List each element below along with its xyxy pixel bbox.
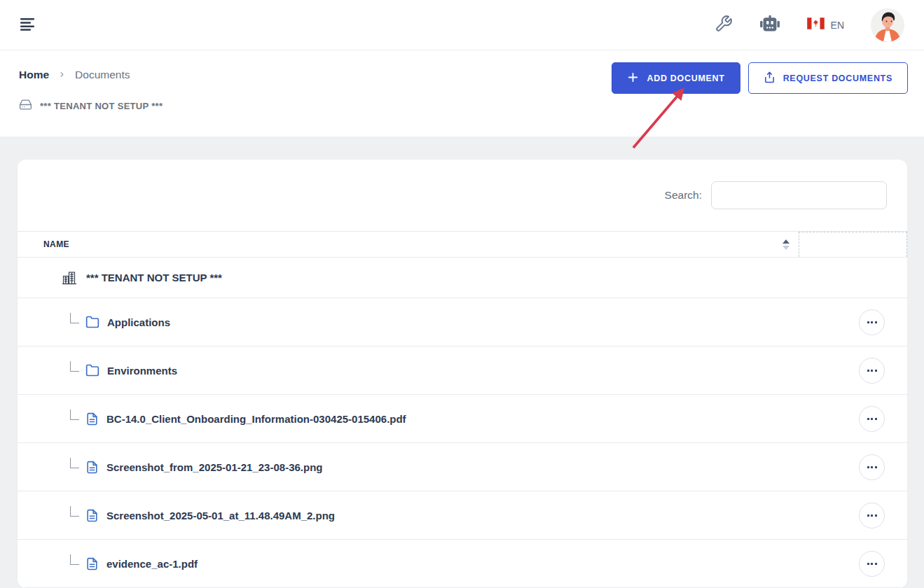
upload-icon <box>764 71 775 85</box>
row-label[interactable]: Screenshot_from_2025-01-21_23-08-36.png <box>106 461 322 473</box>
hamburger-icon <box>20 17 36 33</box>
row-actions-button[interactable] <box>859 454 885 480</box>
row-label[interactable]: Applications <box>107 316 170 328</box>
request-documents-button[interactable]: REQUEST DOCUMENTS <box>748 62 908 94</box>
tenant-header: *** TENANT NOT SETUP *** <box>19 98 924 114</box>
user-avatar[interactable] <box>871 8 904 42</box>
tree-connector-icon <box>70 458 79 468</box>
add-document-label: ADD DOCUMENT <box>647 74 724 83</box>
robot-icon <box>759 14 780 36</box>
row-label[interactable]: Screenshot_2025-05-01_at_11.48.49AM_2.pn… <box>106 510 335 522</box>
plus-icon <box>627 71 639 85</box>
main-content: Search: NAME <box>0 136 924 588</box>
tree-connector-icon <box>70 313 79 323</box>
request-documents-label: REQUEST DOCUMENTS <box>783 74 892 83</box>
tree-connector-icon <box>70 361 79 372</box>
row-label[interactable]: *** TENANT NOT SETUP *** <box>86 272 222 284</box>
name-header-label: NAME <box>43 239 69 249</box>
documents-card: Search: NAME <box>18 160 907 588</box>
tree-connector-icon <box>70 506 79 517</box>
header-actions: ADD DOCUMENT REQUEST DOCUMENTS <box>612 62 908 94</box>
row-actions-button[interactable] <box>859 503 885 528</box>
language-selector[interactable]: EN <box>807 18 844 32</box>
search-bar: Search: <box>18 160 907 231</box>
sort-arrows-icon[interactable] <box>782 239 789 250</box>
row-label[interactable]: evidence_ac-1.pdf <box>106 558 198 570</box>
row-actions-button[interactable] <box>859 406 885 432</box>
table-row: Applications <box>18 298 907 346</box>
row-actions-button[interactable] <box>859 358 885 384</box>
search-label: Search: <box>665 189 702 202</box>
tools-button[interactable] <box>715 15 733 35</box>
file-icon <box>85 557 99 570</box>
row-actions-button[interactable] <box>859 309 885 335</box>
hamburger-menu-button[interactable] <box>20 17 36 33</box>
table-row: BC-14.0_Client_Onboarding_Information-03… <box>18 395 907 443</box>
wrench-icon <box>715 15 733 35</box>
actions-column-header <box>799 232 907 257</box>
top-bar: EN <box>0 0 924 50</box>
table-row: Screenshot_2025-05-01_at_11.48.49AM_2.pn… <box>18 491 907 540</box>
file-icon <box>85 412 99 426</box>
assistant-button[interactable] <box>759 14 780 36</box>
row-label[interactable]: BC-14.0_Client_Onboarding_Information-03… <box>106 413 406 425</box>
page-header: Home Documents *** TENANT NOT SETUP *** … <box>0 50 924 136</box>
row-label[interactable]: Environments <box>107 365 177 377</box>
folder-icon <box>85 315 99 329</box>
search-input[interactable] <box>711 181 887 209</box>
canada-flag-icon <box>807 18 825 32</box>
chevron-right-icon <box>58 69 66 81</box>
breadcrumb-current: Documents <box>75 69 130 81</box>
drive-icon <box>19 98 32 114</box>
row-actions-button[interactable] <box>859 551 885 577</box>
building-icon <box>62 270 77 286</box>
table-row: Screenshot_from_2025-01-21_23-08-36.png <box>18 443 907 491</box>
tree-connector-icon <box>70 410 79 420</box>
file-icon <box>85 461 99 474</box>
file-icon <box>85 509 99 522</box>
add-document-button[interactable]: ADD DOCUMENT <box>612 62 740 94</box>
breadcrumb-home-link[interactable]: Home <box>19 69 49 81</box>
name-column-header[interactable]: NAME <box>18 232 799 257</box>
table-header: NAME <box>18 231 907 258</box>
language-label: EN <box>831 20 844 31</box>
table-row: Environments <box>18 346 907 395</box>
table-row: *** TENANT NOT SETUP *** <box>18 258 907 298</box>
table-row: evidence_ac-1.pdf <box>18 540 907 588</box>
folder-icon <box>85 363 99 377</box>
tenant-label: *** TENANT NOT SETUP *** <box>40 101 163 111</box>
tree-connector-icon <box>70 554 79 565</box>
table-body: *** TENANT NOT SETUP *** Applications <box>18 258 907 588</box>
